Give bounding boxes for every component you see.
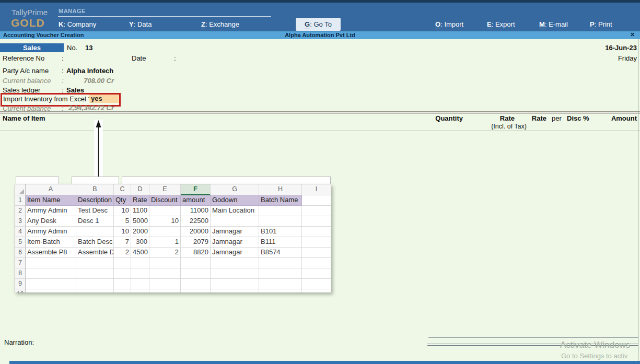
cell-B1[interactable]: Description <box>76 195 114 206</box>
cell-E4[interactable] <box>149 227 181 237</box>
cell-C8[interactable] <box>114 268 131 279</box>
cell-D10[interactable] <box>131 289 149 292</box>
cell-A4[interactable]: Ammy Admin <box>26 227 76 237</box>
cell-A7[interactable] <box>26 258 76 268</box>
cell-G6[interactable]: Jamnagar <box>211 248 259 258</box>
cell-D5[interactable]: 300 <box>131 237 149 248</box>
cell-C9[interactable] <box>114 279 131 289</box>
cell-C2[interactable]: 10 <box>114 206 131 216</box>
cell-H6[interactable]: B8574 <box>259 248 302 258</box>
menu-email[interactable]: M: E-mail <box>539 20 568 28</box>
cell-A6[interactable]: Assemble P8 <box>26 248 76 258</box>
cell-E8[interactable] <box>149 268 181 279</box>
cell-G4[interactable]: Jamnagar <box>211 227 259 237</box>
column-header-I[interactable]: I <box>302 184 331 195</box>
cell-H3[interactable] <box>259 216 302 227</box>
cell-G5[interactable]: Jamnagar <box>211 237 259 248</box>
cell-G8[interactable] <box>211 268 259 279</box>
cell-D3[interactable]: 5000 <box>131 216 149 227</box>
column-header-F[interactable]: F <box>181 184 211 195</box>
cell-I1[interactable] <box>302 195 331 206</box>
cell-D1[interactable]: Rate <box>131 195 149 206</box>
menu-exchange[interactable]: Z: Exchange <box>201 20 239 28</box>
cell-G10[interactable] <box>211 289 259 292</box>
cell-I2[interactable] <box>302 206 331 216</box>
import-inventory-value-field[interactable]: yes <box>89 95 119 103</box>
cell-B5[interactable]: Batch Desc <box>76 237 114 248</box>
cell-F5[interactable]: 2079 <box>181 237 211 248</box>
cell-D6[interactable]: 4500 <box>131 248 149 258</box>
row-header-9[interactable]: 9 <box>15 279 26 289</box>
cell-F4[interactable]: 20000 <box>181 227 211 237</box>
menu-import[interactable]: O: Import <box>435 20 463 28</box>
row-header-4[interactable]: 4 <box>15 227 26 237</box>
cell-F6[interactable]: 8820 <box>181 248 211 258</box>
row-header-10[interactable]: 10 <box>15 289 26 292</box>
cell-C3[interactable]: 5 <box>114 216 131 227</box>
narration-label[interactable]: Narration: <box>4 338 34 346</box>
cell-A9[interactable] <box>26 279 76 289</box>
menu-data[interactable]: Y: Data <box>129 20 152 28</box>
cell-I7[interactable] <box>302 258 331 268</box>
cell-E5[interactable]: 1 <box>149 237 181 248</box>
menu-print[interactable]: P: Print <box>590 20 612 28</box>
cell-E9[interactable] <box>149 279 181 289</box>
cell-B6[interactable]: Assemble De <box>76 248 114 258</box>
row-header-3[interactable]: 3 <box>15 216 26 227</box>
cell-B8[interactable] <box>76 268 114 279</box>
column-header-E[interactable]: E <box>149 184 181 195</box>
cell-G9[interactable] <box>211 279 259 289</box>
cell-E7[interactable] <box>149 258 181 268</box>
cell-I4[interactable] <box>302 227 331 237</box>
row-header-8[interactable]: 8 <box>15 268 26 279</box>
cell-I5[interactable] <box>302 237 331 248</box>
cell-G2[interactable]: Main Location <box>211 206 259 216</box>
cell-B10[interactable] <box>76 289 114 292</box>
cell-A8[interactable] <box>26 268 76 279</box>
goto-button[interactable]: G: Go To <box>296 18 341 31</box>
cell-H4[interactable]: B101 <box>259 227 302 237</box>
cell-F2[interactable]: 11000 <box>181 206 211 216</box>
cell-C10[interactable] <box>114 289 131 292</box>
cell-H7[interactable] <box>259 258 302 268</box>
cell-D7[interactable] <box>131 258 149 268</box>
party-account-value[interactable]: Alpha Infotech <box>66 67 113 75</box>
cell-H9[interactable] <box>259 279 302 289</box>
row-header-2[interactable]: 2 <box>15 206 26 216</box>
cell-B2[interactable]: Test Desc <box>76 206 114 216</box>
cell-H1[interactable]: Batch Name <box>259 195 302 206</box>
cell-E6[interactable]: 2 <box>149 248 181 258</box>
cell-C5[interactable]: 7 <box>114 237 131 248</box>
select-all-corner[interactable] <box>15 184 26 195</box>
column-header-G[interactable]: G <box>211 184 259 195</box>
column-header-B[interactable]: B <box>76 184 114 195</box>
cell-G3[interactable] <box>211 216 259 227</box>
cell-E10[interactable] <box>149 289 181 292</box>
cell-H2[interactable] <box>259 206 302 216</box>
cell-A5[interactable]: Item-Batch <box>26 237 76 248</box>
cell-H8[interactable] <box>259 268 302 279</box>
cell-E1[interactable]: Discount <box>149 195 181 206</box>
cell-I3[interactable] <box>302 216 331 227</box>
column-header-D[interactable]: D <box>131 184 149 195</box>
row-header-1[interactable]: 1 <box>15 195 26 206</box>
cell-C4[interactable]: 10 <box>114 227 131 237</box>
cell-D4[interactable]: 2000 <box>131 227 149 237</box>
cell-I10[interactable] <box>302 289 331 292</box>
cell-B4[interactable] <box>76 227 114 237</box>
cell-F8[interactable] <box>181 268 211 279</box>
menu-company[interactable]: K: Company <box>59 20 96 28</box>
column-header-H[interactable]: H <box>259 184 302 195</box>
cell-A3[interactable]: Any Desk <box>26 216 76 227</box>
cell-A1[interactable]: Item Name <box>26 195 76 206</box>
voucher-type-badge[interactable]: Sales <box>0 43 64 52</box>
cell-H5[interactable]: B111 <box>259 237 302 248</box>
cell-D8[interactable] <box>131 268 149 279</box>
cell-E3[interactable]: 10 <box>149 216 181 227</box>
cell-E2[interactable] <box>149 206 181 216</box>
column-header-C[interactable]: C <box>114 184 131 195</box>
cell-D9[interactable] <box>131 279 149 289</box>
cell-D2[interactable]: 1100 <box>131 206 149 216</box>
row-header-6[interactable]: 6 <box>15 248 26 258</box>
column-header-A[interactable]: A <box>26 184 76 195</box>
